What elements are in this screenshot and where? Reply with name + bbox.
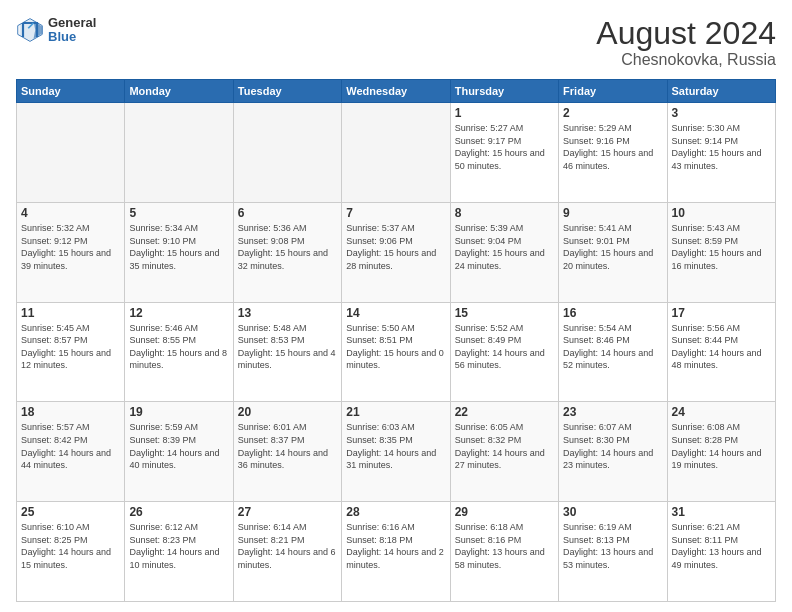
day-info: Sunrise: 6:03 AMSunset: 8:35 PMDaylight:… bbox=[346, 421, 445, 471]
day-number: 23 bbox=[563, 405, 662, 419]
location: Chesnokovka, Russia bbox=[596, 51, 776, 69]
day-info: Sunrise: 5:29 AMSunset: 9:16 PMDaylight:… bbox=[563, 122, 662, 172]
week-row-2: 4Sunrise: 5:32 AMSunset: 9:12 PMDaylight… bbox=[17, 202, 776, 302]
day-info: Sunrise: 6:14 AMSunset: 8:21 PMDaylight:… bbox=[238, 521, 337, 571]
week-row-3: 11Sunrise: 5:45 AMSunset: 8:57 PMDayligh… bbox=[17, 302, 776, 402]
calendar-cell-23: 23Sunrise: 6:07 AMSunset: 8:30 PMDayligh… bbox=[559, 402, 667, 502]
day-number: 5 bbox=[129, 206, 228, 220]
day-number: 15 bbox=[455, 306, 554, 320]
calendar-cell-29: 29Sunrise: 6:18 AMSunset: 8:16 PMDayligh… bbox=[450, 502, 558, 602]
col-header-monday: Monday bbox=[125, 80, 233, 103]
day-number: 25 bbox=[21, 505, 120, 519]
calendar-cell-9: 9Sunrise: 5:41 AMSunset: 9:01 PMDaylight… bbox=[559, 202, 667, 302]
day-info: Sunrise: 5:27 AMSunset: 9:17 PMDaylight:… bbox=[455, 122, 554, 172]
day-info: Sunrise: 5:34 AMSunset: 9:10 PMDaylight:… bbox=[129, 222, 228, 272]
calendar-cell-empty bbox=[233, 103, 341, 203]
calendar-cell-empty bbox=[125, 103, 233, 203]
col-header-friday: Friday bbox=[559, 80, 667, 103]
day-number: 18 bbox=[21, 405, 120, 419]
day-info: Sunrise: 5:39 AMSunset: 9:04 PMDaylight:… bbox=[455, 222, 554, 272]
calendar-cell-8: 8Sunrise: 5:39 AMSunset: 9:04 PMDaylight… bbox=[450, 202, 558, 302]
day-number: 10 bbox=[672, 206, 771, 220]
calendar-cell-15: 15Sunrise: 5:52 AMSunset: 8:49 PMDayligh… bbox=[450, 302, 558, 402]
day-number: 1 bbox=[455, 106, 554, 120]
day-info: Sunrise: 5:41 AMSunset: 9:01 PMDaylight:… bbox=[563, 222, 662, 272]
day-number: 22 bbox=[455, 405, 554, 419]
day-number: 6 bbox=[238, 206, 337, 220]
day-info: Sunrise: 6:10 AMSunset: 8:25 PMDaylight:… bbox=[21, 521, 120, 571]
calendar-cell-31: 31Sunrise: 6:21 AMSunset: 8:11 PMDayligh… bbox=[667, 502, 775, 602]
day-info: Sunrise: 5:56 AMSunset: 8:44 PMDaylight:… bbox=[672, 322, 771, 372]
logo-icon bbox=[16, 16, 44, 44]
col-header-tuesday: Tuesday bbox=[233, 80, 341, 103]
day-info: Sunrise: 6:07 AMSunset: 8:30 PMDaylight:… bbox=[563, 421, 662, 471]
logo-blue-text: Blue bbox=[48, 30, 96, 44]
header: General Blue August 2024 Chesnokovka, Ru… bbox=[16, 16, 776, 69]
day-info: Sunrise: 5:45 AMSunset: 8:57 PMDaylight:… bbox=[21, 322, 120, 372]
day-info: Sunrise: 6:18 AMSunset: 8:16 PMDaylight:… bbox=[455, 521, 554, 571]
title-block: August 2024 Chesnokovka, Russia bbox=[596, 16, 776, 69]
calendar-cell-4: 4Sunrise: 5:32 AMSunset: 9:12 PMDaylight… bbox=[17, 202, 125, 302]
day-info: Sunrise: 5:43 AMSunset: 8:59 PMDaylight:… bbox=[672, 222, 771, 272]
day-number: 16 bbox=[563, 306, 662, 320]
calendar-cell-28: 28Sunrise: 6:16 AMSunset: 8:18 PMDayligh… bbox=[342, 502, 450, 602]
day-info: Sunrise: 5:52 AMSunset: 8:49 PMDaylight:… bbox=[455, 322, 554, 372]
day-number: 8 bbox=[455, 206, 554, 220]
calendar-cell-2: 2Sunrise: 5:29 AMSunset: 9:16 PMDaylight… bbox=[559, 103, 667, 203]
day-number: 7 bbox=[346, 206, 445, 220]
day-info: Sunrise: 5:32 AMSunset: 9:12 PMDaylight:… bbox=[21, 222, 120, 272]
day-number: 14 bbox=[346, 306, 445, 320]
week-row-4: 18Sunrise: 5:57 AMSunset: 8:42 PMDayligh… bbox=[17, 402, 776, 502]
col-header-thursday: Thursday bbox=[450, 80, 558, 103]
day-number: 27 bbox=[238, 505, 337, 519]
day-number: 29 bbox=[455, 505, 554, 519]
day-number: 11 bbox=[21, 306, 120, 320]
month-year: August 2024 bbox=[596, 16, 776, 51]
day-number: 9 bbox=[563, 206, 662, 220]
calendar-cell-14: 14Sunrise: 5:50 AMSunset: 8:51 PMDayligh… bbox=[342, 302, 450, 402]
calendar-cell-21: 21Sunrise: 6:03 AMSunset: 8:35 PMDayligh… bbox=[342, 402, 450, 502]
day-number: 26 bbox=[129, 505, 228, 519]
day-info: Sunrise: 6:19 AMSunset: 8:13 PMDaylight:… bbox=[563, 521, 662, 571]
calendar-cell-30: 30Sunrise: 6:19 AMSunset: 8:13 PMDayligh… bbox=[559, 502, 667, 602]
day-number: 24 bbox=[672, 405, 771, 419]
col-header-wednesday: Wednesday bbox=[342, 80, 450, 103]
calendar-cell-18: 18Sunrise: 5:57 AMSunset: 8:42 PMDayligh… bbox=[17, 402, 125, 502]
logo: General Blue bbox=[16, 16, 96, 45]
day-number: 13 bbox=[238, 306, 337, 320]
calendar-cell-12: 12Sunrise: 5:46 AMSunset: 8:55 PMDayligh… bbox=[125, 302, 233, 402]
col-header-saturday: Saturday bbox=[667, 80, 775, 103]
day-info: Sunrise: 5:36 AMSunset: 9:08 PMDaylight:… bbox=[238, 222, 337, 272]
day-number: 2 bbox=[563, 106, 662, 120]
calendar-cell-24: 24Sunrise: 6:08 AMSunset: 8:28 PMDayligh… bbox=[667, 402, 775, 502]
day-number: 19 bbox=[129, 405, 228, 419]
calendar-cell-6: 6Sunrise: 5:36 AMSunset: 9:08 PMDaylight… bbox=[233, 202, 341, 302]
day-info: Sunrise: 6:21 AMSunset: 8:11 PMDaylight:… bbox=[672, 521, 771, 571]
day-number: 30 bbox=[563, 505, 662, 519]
day-info: Sunrise: 6:05 AMSunset: 8:32 PMDaylight:… bbox=[455, 421, 554, 471]
day-info: Sunrise: 5:57 AMSunset: 8:42 PMDaylight:… bbox=[21, 421, 120, 471]
calendar-cell-empty bbox=[342, 103, 450, 203]
calendar-cell-7: 7Sunrise: 5:37 AMSunset: 9:06 PMDaylight… bbox=[342, 202, 450, 302]
day-number: 4 bbox=[21, 206, 120, 220]
week-row-1: 1Sunrise: 5:27 AMSunset: 9:17 PMDaylight… bbox=[17, 103, 776, 203]
calendar-cell-26: 26Sunrise: 6:12 AMSunset: 8:23 PMDayligh… bbox=[125, 502, 233, 602]
day-info: Sunrise: 6:08 AMSunset: 8:28 PMDaylight:… bbox=[672, 421, 771, 471]
day-info: Sunrise: 5:59 AMSunset: 8:39 PMDaylight:… bbox=[129, 421, 228, 471]
logo-general-text: General bbox=[48, 16, 96, 30]
day-number: 21 bbox=[346, 405, 445, 419]
day-info: Sunrise: 5:46 AMSunset: 8:55 PMDaylight:… bbox=[129, 322, 228, 372]
calendar-cell-27: 27Sunrise: 6:14 AMSunset: 8:21 PMDayligh… bbox=[233, 502, 341, 602]
day-number: 20 bbox=[238, 405, 337, 419]
calendar-cell-22: 22Sunrise: 6:05 AMSunset: 8:32 PMDayligh… bbox=[450, 402, 558, 502]
calendar-cell-11: 11Sunrise: 5:45 AMSunset: 8:57 PMDayligh… bbox=[17, 302, 125, 402]
logo-text: General Blue bbox=[48, 16, 96, 45]
calendar-header-row: SundayMondayTuesdayWednesdayThursdayFrid… bbox=[17, 80, 776, 103]
day-info: Sunrise: 5:50 AMSunset: 8:51 PMDaylight:… bbox=[346, 322, 445, 372]
day-info: Sunrise: 6:01 AMSunset: 8:37 PMDaylight:… bbox=[238, 421, 337, 471]
calendar-cell-19: 19Sunrise: 5:59 AMSunset: 8:39 PMDayligh… bbox=[125, 402, 233, 502]
calendar-cell-20: 20Sunrise: 6:01 AMSunset: 8:37 PMDayligh… bbox=[233, 402, 341, 502]
calendar-cell-1: 1Sunrise: 5:27 AMSunset: 9:17 PMDaylight… bbox=[450, 103, 558, 203]
day-info: Sunrise: 6:12 AMSunset: 8:23 PMDaylight:… bbox=[129, 521, 228, 571]
col-header-sunday: Sunday bbox=[17, 80, 125, 103]
